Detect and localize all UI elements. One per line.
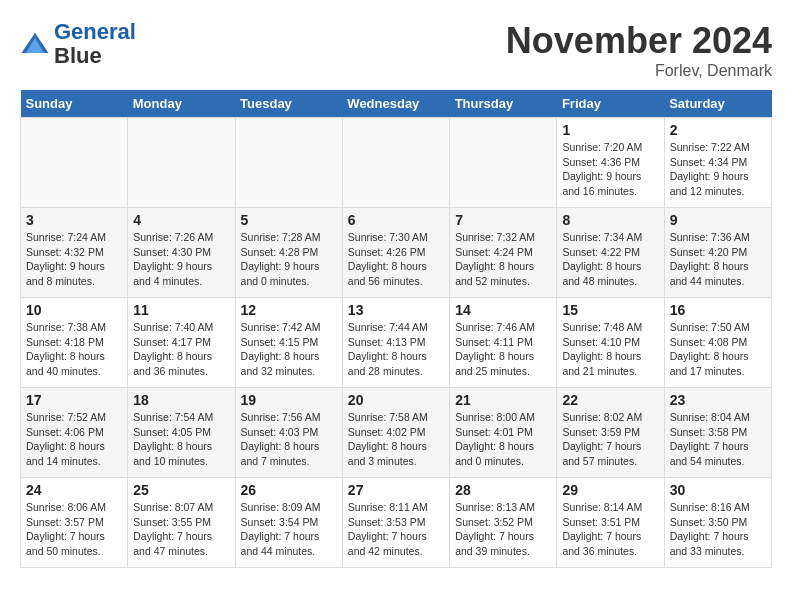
calendar-cell: 17Sunrise: 7:52 AM Sunset: 4:06 PM Dayli…: [21, 388, 128, 478]
day-number: 24: [26, 482, 122, 498]
day-info: Sunrise: 7:32 AM Sunset: 4:24 PM Dayligh…: [455, 230, 551, 289]
day-number: 22: [562, 392, 658, 408]
day-info: Sunrise: 7:48 AM Sunset: 4:10 PM Dayligh…: [562, 320, 658, 379]
day-info: Sunrise: 7:28 AM Sunset: 4:28 PM Dayligh…: [241, 230, 337, 289]
day-number: 12: [241, 302, 337, 318]
day-info: Sunrise: 7:52 AM Sunset: 4:06 PM Dayligh…: [26, 410, 122, 469]
day-number: 27: [348, 482, 444, 498]
weekday-header-friday: Friday: [557, 90, 664, 118]
day-info: Sunrise: 7:22 AM Sunset: 4:34 PM Dayligh…: [670, 140, 766, 199]
day-info: Sunrise: 8:04 AM Sunset: 3:58 PM Dayligh…: [670, 410, 766, 469]
calendar-cell: 15Sunrise: 7:48 AM Sunset: 4:10 PM Dayli…: [557, 298, 664, 388]
day-info: Sunrise: 8:16 AM Sunset: 3:50 PM Dayligh…: [670, 500, 766, 559]
day-info: Sunrise: 8:14 AM Sunset: 3:51 PM Dayligh…: [562, 500, 658, 559]
day-info: Sunrise: 7:24 AM Sunset: 4:32 PM Dayligh…: [26, 230, 122, 289]
day-info: Sunrise: 7:54 AM Sunset: 4:05 PM Dayligh…: [133, 410, 229, 469]
day-number: 9: [670, 212, 766, 228]
calendar-cell: [342, 118, 449, 208]
calendar-cell: 16Sunrise: 7:50 AM Sunset: 4:08 PM Dayli…: [664, 298, 771, 388]
calendar-cell: 29Sunrise: 8:14 AM Sunset: 3:51 PM Dayli…: [557, 478, 664, 568]
week-row-4: 17Sunrise: 7:52 AM Sunset: 4:06 PM Dayli…: [21, 388, 772, 478]
calendar-cell: 21Sunrise: 8:00 AM Sunset: 4:01 PM Dayli…: [450, 388, 557, 478]
month-title: November 2024: [506, 20, 772, 62]
calendar-table: SundayMondayTuesdayWednesdayThursdayFrid…: [20, 90, 772, 568]
weekday-header-saturday: Saturday: [664, 90, 771, 118]
day-info: Sunrise: 7:34 AM Sunset: 4:22 PM Dayligh…: [562, 230, 658, 289]
logo: General Blue: [20, 20, 136, 68]
week-row-3: 10Sunrise: 7:38 AM Sunset: 4:18 PM Dayli…: [21, 298, 772, 388]
day-info: Sunrise: 8:00 AM Sunset: 4:01 PM Dayligh…: [455, 410, 551, 469]
week-row-5: 24Sunrise: 8:06 AM Sunset: 3:57 PM Dayli…: [21, 478, 772, 568]
day-number: 19: [241, 392, 337, 408]
calendar-cell: 22Sunrise: 8:02 AM Sunset: 3:59 PM Dayli…: [557, 388, 664, 478]
title-area: November 2024 Forlev, Denmark: [506, 20, 772, 80]
day-info: Sunrise: 7:26 AM Sunset: 4:30 PM Dayligh…: [133, 230, 229, 289]
day-info: Sunrise: 7:40 AM Sunset: 4:17 PM Dayligh…: [133, 320, 229, 379]
day-number: 14: [455, 302, 551, 318]
day-number: 26: [241, 482, 337, 498]
calendar-cell: [235, 118, 342, 208]
calendar-cell: 9Sunrise: 7:36 AM Sunset: 4:20 PM Daylig…: [664, 208, 771, 298]
day-number: 20: [348, 392, 444, 408]
day-number: 13: [348, 302, 444, 318]
calendar-cell: [128, 118, 235, 208]
day-number: 25: [133, 482, 229, 498]
week-row-2: 3Sunrise: 7:24 AM Sunset: 4:32 PM Daylig…: [21, 208, 772, 298]
day-number: 17: [26, 392, 122, 408]
calendar-cell: [450, 118, 557, 208]
day-number: 16: [670, 302, 766, 318]
day-number: 8: [562, 212, 658, 228]
day-number: 11: [133, 302, 229, 318]
day-info: Sunrise: 7:20 AM Sunset: 4:36 PM Dayligh…: [562, 140, 658, 199]
day-number: 30: [670, 482, 766, 498]
day-info: Sunrise: 8:13 AM Sunset: 3:52 PM Dayligh…: [455, 500, 551, 559]
day-number: 21: [455, 392, 551, 408]
calendar-cell: 28Sunrise: 8:13 AM Sunset: 3:52 PM Dayli…: [450, 478, 557, 568]
calendar-cell: 8Sunrise: 7:34 AM Sunset: 4:22 PM Daylig…: [557, 208, 664, 298]
calendar-cell: 13Sunrise: 7:44 AM Sunset: 4:13 PM Dayli…: [342, 298, 449, 388]
day-number: 23: [670, 392, 766, 408]
day-info: Sunrise: 7:46 AM Sunset: 4:11 PM Dayligh…: [455, 320, 551, 379]
day-number: 2: [670, 122, 766, 138]
calendar-cell: [21, 118, 128, 208]
day-info: Sunrise: 8:02 AM Sunset: 3:59 PM Dayligh…: [562, 410, 658, 469]
calendar-cell: 2Sunrise: 7:22 AM Sunset: 4:34 PM Daylig…: [664, 118, 771, 208]
day-number: 1: [562, 122, 658, 138]
calendar-cell: 27Sunrise: 8:11 AM Sunset: 3:53 PM Dayli…: [342, 478, 449, 568]
weekday-header-wednesday: Wednesday: [342, 90, 449, 118]
calendar-cell: 19Sunrise: 7:56 AM Sunset: 4:03 PM Dayli…: [235, 388, 342, 478]
calendar-cell: 6Sunrise: 7:30 AM Sunset: 4:26 PM Daylig…: [342, 208, 449, 298]
day-info: Sunrise: 8:09 AM Sunset: 3:54 PM Dayligh…: [241, 500, 337, 559]
day-info: Sunrise: 8:11 AM Sunset: 3:53 PM Dayligh…: [348, 500, 444, 559]
day-info: Sunrise: 7:38 AM Sunset: 4:18 PM Dayligh…: [26, 320, 122, 379]
day-number: 10: [26, 302, 122, 318]
day-info: Sunrise: 7:58 AM Sunset: 4:02 PM Dayligh…: [348, 410, 444, 469]
weekday-header-tuesday: Tuesday: [235, 90, 342, 118]
calendar-cell: 24Sunrise: 8:06 AM Sunset: 3:57 PM Dayli…: [21, 478, 128, 568]
weekday-header-monday: Monday: [128, 90, 235, 118]
weekday-header-thursday: Thursday: [450, 90, 557, 118]
day-number: 15: [562, 302, 658, 318]
calendar-cell: 23Sunrise: 8:04 AM Sunset: 3:58 PM Dayli…: [664, 388, 771, 478]
day-number: 18: [133, 392, 229, 408]
calendar-cell: 18Sunrise: 7:54 AM Sunset: 4:05 PM Dayli…: [128, 388, 235, 478]
weekday-header-row: SundayMondayTuesdayWednesdayThursdayFrid…: [21, 90, 772, 118]
calendar-cell: 10Sunrise: 7:38 AM Sunset: 4:18 PM Dayli…: [21, 298, 128, 388]
logo-text: General Blue: [54, 20, 136, 68]
calendar-cell: 3Sunrise: 7:24 AM Sunset: 4:32 PM Daylig…: [21, 208, 128, 298]
week-row-1: 1Sunrise: 7:20 AM Sunset: 4:36 PM Daylig…: [21, 118, 772, 208]
day-info: Sunrise: 7:30 AM Sunset: 4:26 PM Dayligh…: [348, 230, 444, 289]
day-info: Sunrise: 7:50 AM Sunset: 4:08 PM Dayligh…: [670, 320, 766, 379]
day-info: Sunrise: 7:42 AM Sunset: 4:15 PM Dayligh…: [241, 320, 337, 379]
weekday-header-sunday: Sunday: [21, 90, 128, 118]
day-number: 28: [455, 482, 551, 498]
calendar-cell: 30Sunrise: 8:16 AM Sunset: 3:50 PM Dayli…: [664, 478, 771, 568]
day-number: 6: [348, 212, 444, 228]
day-number: 4: [133, 212, 229, 228]
day-number: 5: [241, 212, 337, 228]
calendar-cell: 26Sunrise: 8:09 AM Sunset: 3:54 PM Dayli…: [235, 478, 342, 568]
day-info: Sunrise: 7:36 AM Sunset: 4:20 PM Dayligh…: [670, 230, 766, 289]
calendar-cell: 20Sunrise: 7:58 AM Sunset: 4:02 PM Dayli…: [342, 388, 449, 478]
location: Forlev, Denmark: [506, 62, 772, 80]
day-number: 7: [455, 212, 551, 228]
